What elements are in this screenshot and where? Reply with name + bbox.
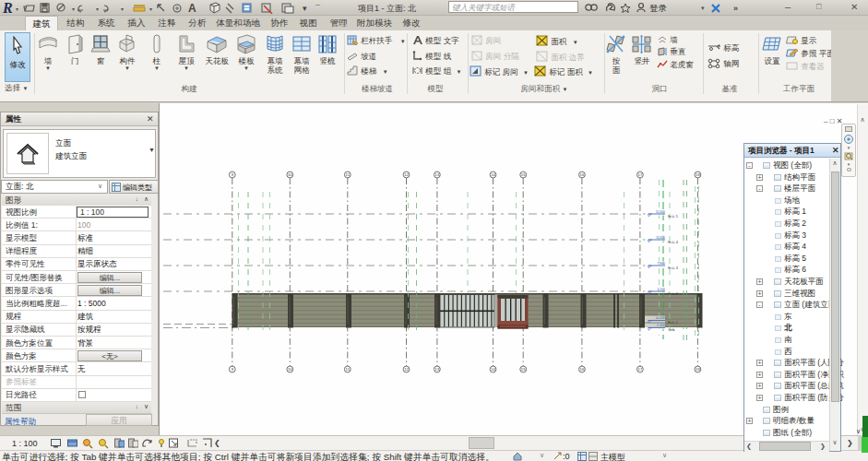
svg-text:▾: ▾ (303, 4, 307, 13)
svg-text:R: R (2, 0, 13, 16)
svg-text:15: 15 (521, 172, 526, 177)
svg-text:17: 17 (638, 172, 643, 177)
svg-text:»: » (733, 4, 738, 13)
svg-text:11.400: 11.400 (656, 236, 665, 240)
svg-text:标高 2: 标高 2 (667, 291, 678, 296)
svg-text:13: 13 (435, 172, 440, 177)
svg-text:标高 3: 标高 3 (667, 266, 678, 270)
svg-text:标高 1: 标高 1 (667, 320, 678, 325)
svg-text:标高 5: 标高 5 (667, 214, 678, 219)
svg-text:15.000: 15.000 (656, 210, 665, 214)
svg-text:18: 18 (696, 172, 700, 177)
svg-text:14: 14 (491, 172, 495, 177)
svg-text:登录: 登录 (649, 3, 668, 13)
svg-text:场地: 场地 (667, 327, 675, 332)
svg-text:10: 10 (288, 172, 292, 177)
svg-text:▾: ▾ (701, 5, 705, 11)
svg-text:11: 11 (346, 172, 351, 177)
svg-text:16: 16 (580, 367, 585, 372)
svg-text:¯: ¯ (315, 4, 321, 13)
svg-text:A: A (188, 2, 196, 14)
svg-text:12: 12 (404, 367, 409, 372)
svg-text:10: 10 (288, 367, 292, 372)
svg-text:15: 15 (521, 367, 526, 372)
svg-text:16: 16 (580, 172, 585, 177)
svg-text:标高 4: 标高 4 (667, 240, 678, 244)
svg-text:18: 18 (696, 367, 700, 372)
svg-text:11: 11 (346, 367, 351, 372)
svg-text:±0.000: ±0.000 (656, 316, 665, 320)
svg-text:4.200: 4.200 (658, 288, 666, 291)
svg-text:-0.450: -0.450 (656, 324, 665, 327)
svg-text:7.800: 7.800 (658, 262, 666, 266)
svg-text:13: 13 (435, 367, 440, 372)
svg-text:14: 14 (491, 367, 495, 372)
svg-text:12: 12 (404, 172, 409, 177)
svg-text:17: 17 (638, 367, 643, 372)
